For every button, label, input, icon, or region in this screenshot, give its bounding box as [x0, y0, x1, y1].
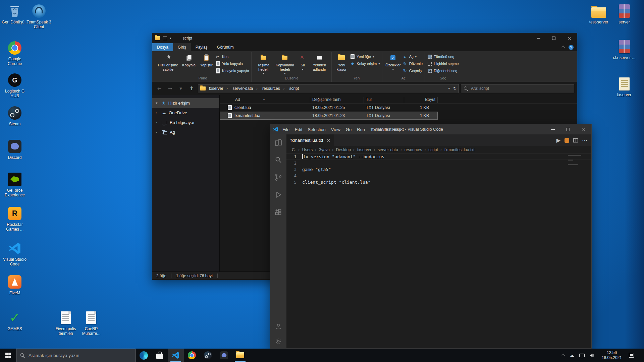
address-dropdown-icon[interactable]: ▾ [448, 87, 450, 90]
menu-edit[interactable]: Edit [292, 124, 305, 134]
column-header-date[interactable]: Değiştirme tarihi [310, 97, 364, 103]
explorer-files-icon[interactable] [274, 138, 282, 146]
back-icon[interactable]: ← [155, 84, 164, 93]
crumb-desktop[interactable]: Desktop [336, 147, 357, 152]
taskbar-chrome-button[interactable] [184, 349, 200, 362]
tab-giris[interactable]: Giriş [173, 43, 191, 51]
cut-button[interactable]: ✂ Kes [215, 54, 249, 60]
breadcrumb-script[interactable]: script [288, 86, 304, 91]
desktop-icon-rockstar[interactable]: Rockstar Games ... [1, 206, 28, 232]
volume-icon[interactable] [590, 353, 595, 358]
crumb-user[interactable]: 3yavu [319, 147, 336, 152]
properties-button[interactable]: ✓ Özellikler ▾ [384, 52, 402, 71]
desktop-icon-discord[interactable]: Discord [1, 139, 28, 160]
desktop-icon-fxserver[interactable]: fxserver [611, 76, 638, 97]
up-icon[interactable]: ↑ [187, 84, 196, 93]
help-icon[interactable]: ? [569, 45, 574, 50]
close-button[interactable] [576, 124, 591, 134]
network-icon[interactable] [579, 354, 585, 357]
qat-customize-icon[interactable]: ▾ [170, 37, 171, 40]
qat-properties-icon[interactable] [163, 36, 167, 40]
maximize-button[interactable] [546, 33, 561, 43]
file-row-client-lua[interactable]: client.lua 18.05.2021 01:25 TXT Dosyası … [220, 104, 577, 112]
move-to-button[interactable]: Taşıma hedefi ▾ [254, 52, 273, 75]
new-folder-button[interactable]: Yeni klasör [334, 52, 349, 71]
paste-shortcut-button[interactable]: Kısayolu yapıştır [215, 68, 249, 74]
tab-fxmanifest[interactable]: fxmanifest.lua.txt [286, 134, 334, 146]
desktop-icon-recycle-bin[interactable]: Geri Dönüşü... [1, 3, 28, 24]
crumb-drive[interactable]: C: [292, 147, 302, 152]
desktop-icon-test-server[interactable]: test-server [585, 3, 612, 24]
code-editor[interactable]: 1fx_version "adamant" --bodacius 2 3game… [286, 154, 591, 348]
menu-view[interactable]: View [328, 124, 343, 134]
crumb-file[interactable]: fxmanifest.lua.txt [444, 147, 479, 152]
desktop-icon-coerp[interactable]: CoeRP Muharre... [78, 310, 105, 336]
search-icon[interactable] [274, 156, 282, 164]
menu-help[interactable]: Help [389, 124, 404, 134]
clock[interactable]: 12:56 18.05.2021 [600, 350, 624, 360]
maximize-button[interactable] [560, 124, 576, 134]
tab-dosya[interactable]: Dosya [152, 43, 173, 51]
refresh-icon[interactable]: ↻ [453, 86, 457, 91]
file-row-fxmanifest-lua[interactable]: fxmanifest.lua 18.05.2021 01:23 TXT Dosy… [220, 112, 438, 120]
column-header-name[interactable]: ▴ Ad [220, 97, 310, 103]
copy-path-button[interactable]: Yolu kopyala [215, 61, 249, 67]
run-file-icon[interactable]: ▶ [556, 137, 560, 143]
rename-button[interactable]: Yeniden adlandır [309, 52, 329, 71]
desktop-icon-fivem[interactable]: FiveM [1, 274, 28, 295]
select-all-button[interactable]: Tümünü seç [427, 54, 459, 60]
desktop-icon-cfx-server[interactable]: cfx-server-... [611, 39, 638, 60]
collapse-ribbon-icon[interactable] [562, 46, 565, 49]
history-button[interactable]: ↻ Geçmiş [402, 68, 423, 74]
taskbar-edge-button[interactable] [136, 349, 152, 362]
forward-icon[interactable]: → [166, 84, 174, 93]
menu-file[interactable]: File [280, 124, 292, 134]
tab-paylas[interactable]: Paylaş [191, 43, 212, 51]
desktop-icon-teamspeak[interactable]: TeamSpeak 3 Client [25, 3, 52, 29]
crumb-script[interactable]: script [428, 147, 444, 152]
copy-to-button[interactable]: Kopyalama hedefi ▾ [274, 52, 296, 75]
expand-chevron-icon[interactable]: › [156, 130, 159, 134]
desktop-icon-geforce[interactable]: GeForce Experience [1, 172, 28, 197]
sidebar-item-this-pc[interactable]: › Bu bilgisayar [152, 118, 219, 127]
more-actions-icon[interactable]: ⋯ [582, 137, 587, 143]
crumb-resources[interactable]: resources [405, 147, 429, 152]
column-header-type[interactable]: Tür [364, 97, 404, 103]
orange-extension-icon[interactable] [565, 138, 569, 143]
breadcrumb-resources[interactable]: resources [261, 86, 286, 91]
minimize-button[interactable] [545, 124, 560, 134]
desktop-icon-server[interactable]: server [611, 3, 638, 24]
settings-gear-icon[interactable] [275, 338, 282, 345]
desktop-icon-chrome[interactable]: Google Chrome [1, 40, 28, 66]
tray-expand-icon[interactable] [562, 354, 565, 357]
run-debug-icon[interactable] [274, 191, 282, 199]
sidebar-item-onedrive[interactable]: › ☁ OneDrive [152, 108, 219, 118]
menu-run[interactable]: Run [354, 124, 368, 134]
account-icon[interactable] [275, 323, 282, 330]
select-none-button[interactable]: Hiçbirini seçme [427, 61, 459, 67]
desktop-icon-steam[interactable]: Steam [1, 105, 28, 126]
crumb-server-data[interactable]: server-data [378, 147, 405, 152]
crumb-users[interactable]: Users [302, 147, 319, 152]
start-button[interactable] [0, 349, 16, 362]
sidebar-item-quick-access[interactable]: ▾ ★ Hızlı erişim [152, 98, 219, 108]
desktop-icon-vscode[interactable]: Visual Studio Code [1, 241, 28, 266]
action-center-icon[interactable] [629, 353, 634, 358]
tab-gorunum[interactable]: Görünüm [212, 43, 238, 51]
taskbar-vscode-button[interactable] [168, 349, 184, 362]
split-editor-icon[interactable] [573, 138, 578, 142]
copy-button[interactable]: Kopyala [180, 52, 197, 67]
crumb-fxserver[interactable]: fxserver [357, 147, 378, 152]
new-item-button[interactable]: Yeni öğe ▾ [350, 54, 380, 60]
minimap[interactable] [568, 155, 589, 167]
menu-terminal[interactable]: Terminal [368, 124, 389, 134]
taskbar-steam-button[interactable] [200, 349, 216, 362]
edit-button[interactable]: ✎ Düzenle [402, 61, 423, 67]
extensions-icon[interactable] [274, 208, 282, 216]
desktop-icon-fivem-polis[interactable]: Fivem polis terimleri [52, 310, 79, 336]
open-button[interactable]: ▸ Aç ▾ [402, 54, 423, 60]
close-tab-icon[interactable] [327, 139, 330, 142]
taskbar-discord-button[interactable] [216, 349, 232, 362]
menu-selection[interactable]: Selection [305, 124, 328, 134]
expand-chevron-icon[interactable]: › [156, 111, 159, 115]
